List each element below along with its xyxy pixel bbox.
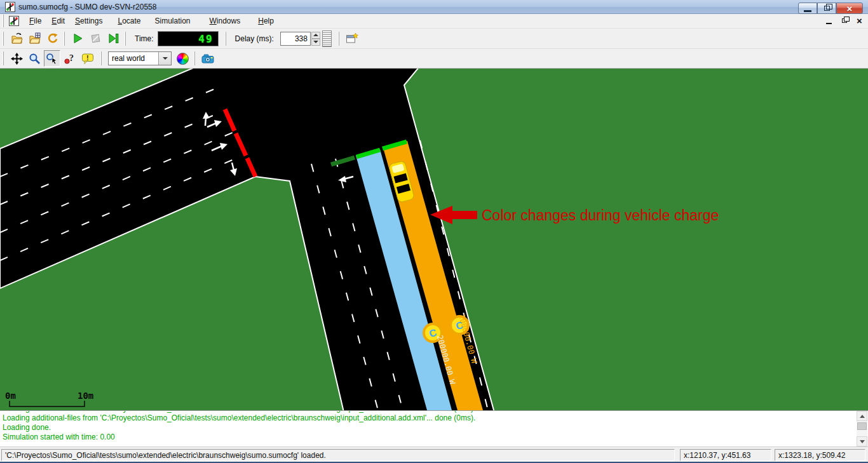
coloring-scheme-dropdown[interactable]: real world	[108, 51, 172, 65]
mdi-child-icon	[9, 16, 19, 26]
cursor-coordinates-net: x:1323.18, y:509.42	[775, 449, 865, 461]
scroll-down-icon	[860, 440, 865, 443]
open-network-icon	[29, 32, 41, 44]
scale-end-label: 10m	[78, 391, 93, 401]
cursor-coordinates-geo: x:1210.37, y:451.63	[680, 449, 771, 461]
scroll-down-button[interactable]	[857, 436, 867, 446]
tooltip-toggle-button[interactable]: !	[79, 50, 96, 67]
toolbar-grip[interactable]	[225, 32, 227, 46]
toolbar-grip[interactable]	[125, 32, 127, 46]
menu-settings[interactable]: Settings	[70, 15, 107, 27]
app-icon	[5, 2, 15, 12]
simulation-view[interactable]: C C 200000.00 W 200000.00 W Color change…	[0, 69, 868, 410]
mdi-restore-button[interactable]	[839, 16, 849, 25]
delay-label: Delay (ms):	[235, 34, 274, 43]
open-folder-icon	[11, 32, 23, 44]
delay-spin-down-button[interactable]	[311, 39, 320, 46]
menu-locate[interactable]: Locate	[112, 15, 146, 27]
step-button[interactable]	[105, 30, 121, 47]
close-icon: ×	[847, 4, 853, 13]
annotation-text: Color changes during vehicle charge	[482, 207, 719, 224]
spin-down-icon	[313, 41, 318, 43]
menu-bar: File Edit Settings Locate Simulation Win…	[0, 14, 868, 29]
view-toolbar: ? ! real world	[0, 49, 868, 69]
mdi-close-button[interactable]: ×	[855, 16, 864, 25]
chevron-down-icon	[163, 57, 168, 60]
menu-file[interactable]: File	[24, 15, 46, 27]
delay-dial[interactable]	[322, 30, 332, 47]
toolbar-grip[interactable]	[3, 51, 5, 65]
message-line: Loading additional-files from 'C:\Proyec…	[0, 413, 868, 423]
open-network-button[interactable]	[26, 30, 43, 47]
status-bar: 'C:\Proyectos\Sumo_Oficial\tests\sumo\ex…	[0, 446, 868, 462]
restore-button[interactable]	[817, 3, 836, 14]
stop-button[interactable]	[87, 30, 104, 47]
message-line: Loading done.	[0, 423, 868, 433]
simulation-canvas[interactable]: C C 200000.00 W 200000.00 W Color change…	[0, 69, 868, 410]
scrollbar-thumb[interactable]	[857, 422, 867, 430]
restore-icon	[824, 6, 830, 11]
tooltip-bubble-icon: !	[81, 53, 94, 65]
reload-icon	[46, 32, 58, 44]
play-icon	[72, 32, 84, 44]
close-button[interactable]: ×	[836, 3, 863, 14]
time-label: Time:	[135, 34, 154, 43]
coloring-scheme-value: real world	[109, 52, 158, 65]
window-title: sumo.sumocfg - SUMO dev-SVN-r20558	[18, 3, 156, 11]
zoom-button[interactable]	[26, 50, 43, 67]
new-window-icon	[346, 32, 358, 44]
step-icon	[107, 32, 119, 44]
new-view-button[interactable]	[344, 30, 360, 47]
menu-help[interactable]: Help	[253, 15, 279, 27]
screenshot-button[interactable]	[200, 50, 216, 67]
svg-text:?: ?	[69, 53, 74, 63]
toolbar-grip[interactable]	[100, 51, 103, 65]
scroll-up-icon	[860, 415, 865, 418]
time-display: 49	[158, 31, 219, 46]
open-config-button[interactable]	[8, 30, 25, 47]
toolbar-grip[interactable]	[64, 32, 66, 46]
mdi-minimize-icon	[826, 23, 832, 24]
recenter-icon	[11, 53, 23, 65]
stop-icon-disabled	[90, 32, 102, 44]
menu-windows[interactable]: Windows	[205, 15, 246, 27]
locate-question-icon: ?	[64, 53, 76, 65]
scale-start-label: 0m	[5, 391, 16, 401]
locate-button[interactable]: ?	[62, 50, 78, 67]
play-button[interactable]	[69, 30, 86, 47]
mdi-restore-icon	[842, 18, 847, 23]
scroll-up-button[interactable]	[857, 411, 867, 421]
minimize-button[interactable]	[798, 3, 817, 14]
delay-input[interactable]	[280, 32, 311, 46]
color-wheel-button[interactable]	[177, 53, 189, 65]
recenter-view-button[interactable]	[8, 50, 25, 67]
message-log: Loading additional-files from 'C:\Proyec…	[0, 410, 868, 446]
toolbar-grip[interactable]	[194, 51, 196, 65]
mdi-minimize-button[interactable]	[824, 16, 834, 25]
message-scrollbar[interactable]	[857, 411, 867, 446]
zoom-cursor-button[interactable]	[44, 50, 60, 67]
menu-simulation[interactable]: Simulation	[149, 15, 195, 27]
spin-up-icon	[313, 34, 318, 36]
minimize-icon	[804, 10, 811, 12]
status-message: 'C:\Proyectos\Sumo_Oficial\tests\sumo\ex…	[1, 449, 675, 461]
toolbar-grip[interactable]	[3, 32, 5, 46]
title-bar: sumo.sumocfg - SUMO dev-SVN-r20558 ×	[0, 0, 868, 14]
message-line: Simulation started with time: 0.00	[0, 433, 868, 442]
main-toolbar: Time: 49 Delay (ms):	[0, 29, 868, 49]
dropdown-button[interactable]	[158, 52, 171, 65]
reload-button[interactable]	[44, 30, 60, 47]
toolbar-grip[interactable]	[3, 15, 5, 27]
camera-icon	[201, 53, 214, 65]
svg-text:!: !	[86, 53, 89, 61]
toolbar-grip[interactable]	[338, 32, 341, 46]
magnifier-cursor-icon	[46, 53, 58, 65]
delay-spin-up-button[interactable]	[311, 32, 320, 39]
app-window: sumo.sumocfg - SUMO dev-SVN-r20558 × Fil…	[0, 0, 868, 463]
magnifier-icon	[29, 53, 41, 65]
menu-edit[interactable]: Edit	[46, 15, 70, 27]
